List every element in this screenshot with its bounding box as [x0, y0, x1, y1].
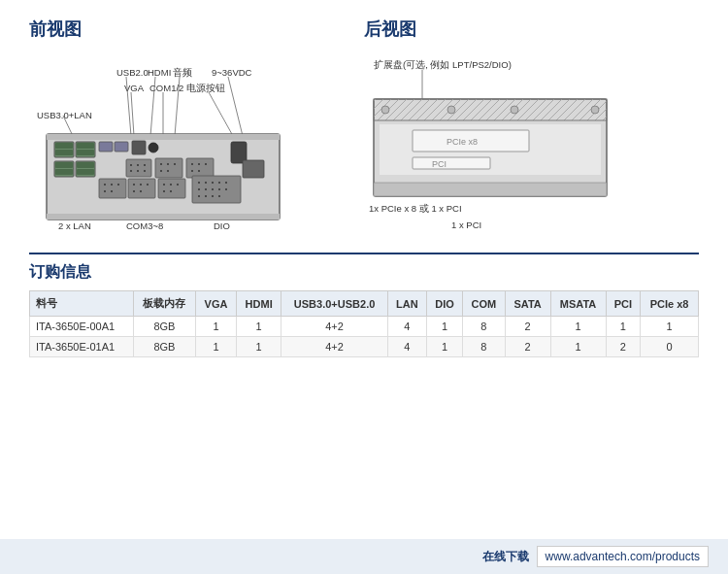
- cell-pci-1: 1: [606, 317, 641, 337]
- svg-rect-27: [132, 141, 146, 154]
- front-diagram: USB3.0+LAN USB2.0 HDMI 音频 9~36VDC VGA CO…: [29, 49, 364, 243]
- svg-rect-25: [99, 142, 113, 152]
- svg-line-12: [228, 77, 243, 136]
- cell-memory-2: 8GB: [133, 337, 196, 357]
- svg-point-99: [511, 106, 518, 114]
- svg-point-69: [163, 184, 165, 186]
- cell-vga-2: 1: [196, 337, 237, 357]
- order-title: 订购信息: [29, 262, 699, 283]
- cell-hdmi-1: 1: [236, 317, 281, 337]
- cell-usb-1: 4+2: [281, 317, 387, 337]
- svg-rect-49: [243, 160, 264, 178]
- svg-text:PCIe x8: PCIe x8: [447, 137, 478, 147]
- col-com: COM: [462, 291, 505, 317]
- svg-rect-96: [374, 99, 607, 120]
- svg-text:DIO: DIO: [214, 220, 230, 231]
- svg-text:COM3~8: COM3~8: [126, 220, 163, 231]
- svg-point-82: [212, 188, 214, 190]
- front-view-svg: USB3.0+LAN USB2.0 HDMI 音频 9~36VDC VGA CO…: [29, 49, 340, 238]
- svg-point-35: [144, 170, 146, 172]
- col-dio: DIO: [427, 291, 463, 317]
- svg-text:1 x PCI: 1 x PCI: [451, 219, 481, 230]
- front-view-title: 前视图: [29, 17, 364, 41]
- svg-point-80: [198, 188, 200, 190]
- svg-text:9~36VDC: 9~36VDC: [212, 67, 252, 78]
- order-section: 订购信息 料号 板载内存 VGA HDMI USB3.0+USB2.0 LAN …: [29, 253, 699, 357]
- table-row: ITA-3650E-00A1 8GB 1 1 4+2 4 1 8 2 1 1 1: [30, 317, 699, 337]
- svg-point-75: [198, 182, 200, 184]
- cell-lan-2: 4: [387, 337, 426, 357]
- svg-rect-62: [128, 179, 155, 198]
- svg-rect-52: [55, 169, 73, 175]
- svg-rect-18: [47, 214, 280, 219]
- order-table: 料号 板载内存 VGA HDMI USB3.0+USB2.0 LAN DIO C…: [29, 290, 699, 357]
- cell-sata-1: 2: [505, 317, 550, 337]
- svg-rect-51: [55, 162, 73, 168]
- svg-point-39: [174, 163, 176, 165]
- svg-point-43: [191, 163, 193, 165]
- svg-rect-29: [126, 159, 151, 177]
- table-header-row: 料号 板载内存 VGA HDMI USB3.0+USB2.0 LAN DIO C…: [30, 291, 699, 317]
- cell-lan-1: 4: [387, 317, 426, 337]
- cell-dio-1: 1: [427, 317, 463, 337]
- table-row: ITA-3650E-01A1 8GB 1 1 4+2 4 1 8 2 1 2 0: [30, 337, 699, 357]
- col-model: 料号: [30, 291, 134, 317]
- svg-point-45: [205, 163, 207, 165]
- svg-text:PCI: PCI: [432, 159, 447, 169]
- svg-point-100: [591, 106, 599, 114]
- cell-pcie-2: 0: [641, 337, 699, 357]
- svg-point-47: [198, 170, 200, 172]
- col-sata: SATA: [505, 291, 550, 317]
- cell-com-2: 8: [462, 337, 505, 357]
- cell-com-1: 8: [462, 317, 505, 337]
- col-pcie: PCIe x8: [641, 291, 699, 317]
- svg-point-77: [212, 182, 214, 184]
- svg-point-31: [137, 164, 139, 166]
- col-usb: USB3.0+USB2.0: [281, 291, 387, 317]
- svg-point-57: [104, 184, 106, 186]
- cell-msata-1: 1: [550, 317, 606, 337]
- svg-point-40: [160, 170, 162, 172]
- svg-point-87: [212, 195, 214, 197]
- footer-url[interactable]: www.advantech.com/products: [537, 546, 709, 567]
- cell-model-2: ITA-3650E-01A1: [30, 337, 134, 357]
- svg-rect-36: [155, 158, 182, 178]
- svg-point-85: [198, 195, 200, 197]
- cell-hdmi-2: 1: [236, 337, 281, 357]
- svg-line-13: [131, 92, 134, 136]
- svg-point-58: [111, 184, 113, 186]
- svg-text:USB2.0: USB2.0: [116, 67, 149, 78]
- svg-text:2 x LAN: 2 x LAN: [58, 220, 91, 231]
- svg-text:1x PCIe x 8 或 1 x PCI: 1x PCIe x 8 或 1 x PCI: [369, 203, 462, 214]
- svg-point-60: [104, 190, 106, 192]
- svg-point-61: [111, 190, 113, 192]
- svg-point-78: [218, 182, 220, 184]
- svg-rect-56: [99, 179, 126, 198]
- svg-text:音频: 音频: [173, 67, 192, 78]
- svg-rect-23: [77, 143, 94, 149]
- svg-point-46: [191, 170, 193, 172]
- col-msata: MSATA: [550, 291, 606, 317]
- svg-point-37: [160, 163, 162, 165]
- svg-point-98: [447, 106, 455, 114]
- svg-point-79: [225, 182, 227, 184]
- svg-point-34: [137, 170, 139, 172]
- svg-point-84: [225, 188, 227, 190]
- footer: 在线下载 www.advantech.com/products: [0, 539, 728, 574]
- col-hdmi: HDMI: [236, 291, 281, 317]
- svg-text:扩展盘(可选, 例如 LPT/PS2/DIO): 扩展盘(可选, 例如 LPT/PS2/DIO): [374, 59, 512, 70]
- svg-point-64: [140, 184, 142, 186]
- svg-point-38: [167, 163, 169, 165]
- svg-rect-21: [55, 150, 73, 155]
- cell-memory-1: 8GB: [133, 317, 196, 337]
- svg-point-30: [130, 164, 132, 166]
- svg-point-71: [177, 184, 179, 186]
- svg-text:HDMI: HDMI: [148, 67, 171, 78]
- svg-point-63: [133, 184, 135, 186]
- cell-dio-2: 1: [427, 337, 463, 357]
- svg-point-66: [133, 190, 135, 192]
- svg-rect-17: [47, 134, 280, 140]
- svg-point-67: [140, 190, 142, 192]
- back-view-title: 后视图: [364, 17, 699, 41]
- cell-pcie-1: 1: [641, 317, 699, 337]
